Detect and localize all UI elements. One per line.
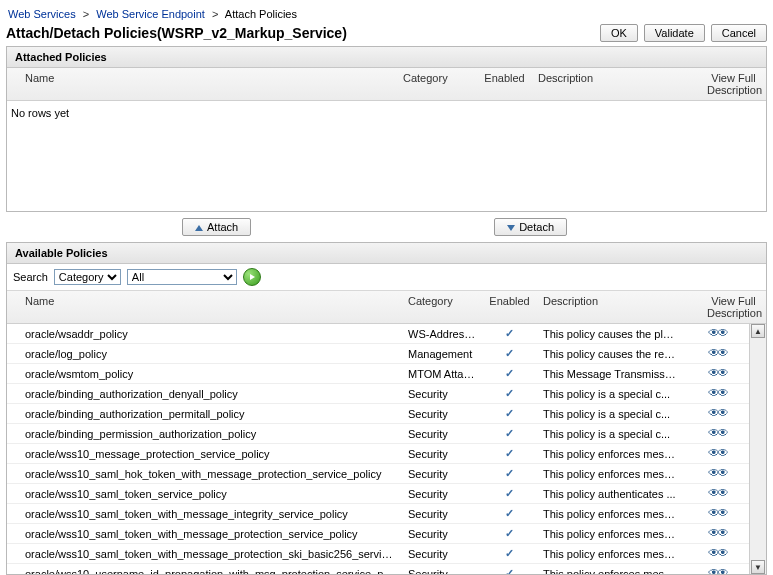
col-description: Description (537, 291, 701, 323)
view-full-icon[interactable]: 👁👁 (684, 385, 749, 402)
cell-category: MTOM Attachments (402, 366, 482, 382)
table-row[interactable]: oracle/wss10_saml_token_with_message_int… (7, 504, 749, 524)
view-full-icon[interactable]: 👁👁 (684, 465, 749, 482)
table-row[interactable]: oracle/wss10_saml_hok_token_with_message… (7, 464, 749, 484)
scroll-up-icon[interactable]: ▲ (751, 324, 765, 338)
cell-category: Security (402, 406, 482, 422)
enabled-check-icon: ✓ (482, 365, 537, 382)
cell-category: Security (402, 466, 482, 482)
col-enabled: Enabled (477, 68, 532, 100)
cell-name: oracle/binding_permission_authorization_… (7, 426, 402, 442)
breadcrumb: Web Services > Web Service Endpoint > At… (8, 8, 767, 20)
cell-category: Security (402, 446, 482, 462)
cell-name: oracle/wss10_saml_token_with_message_pro… (7, 526, 402, 542)
view-full-icon[interactable]: 👁👁 (684, 325, 749, 342)
view-full-icon[interactable]: 👁👁 (684, 445, 749, 462)
cell-description: This policy enforces messa... (537, 546, 684, 562)
col-enabled: Enabled (482, 291, 537, 323)
cell-description: This policy causes the req... (537, 346, 684, 362)
enabled-check-icon: ✓ (482, 425, 537, 442)
attach-button[interactable]: Attach (182, 218, 251, 236)
enabled-check-icon: ✓ (482, 485, 537, 502)
view-full-icon[interactable]: 👁👁 (684, 565, 749, 574)
cell-description: This policy enforces messa... (537, 526, 684, 542)
view-full-icon[interactable]: 👁👁 (684, 525, 749, 542)
cell-name: oracle/wss10_username_id_propagation_wit… (7, 566, 402, 575)
available-rows: oracle/wsaddr_policyWS-Addressing✓This p… (7, 324, 749, 574)
enabled-check-icon: ✓ (482, 545, 537, 562)
col-description: Description (532, 68, 701, 100)
table-row[interactable]: oracle/wss10_saml_token_with_message_pro… (7, 544, 749, 564)
attached-policies-header: Attached Policies (7, 47, 766, 68)
ok-button[interactable]: OK (600, 24, 638, 42)
cell-name: oracle/log_policy (7, 346, 402, 362)
scroll-down-icon[interactable]: ▼ (751, 560, 765, 574)
view-full-icon[interactable]: 👁👁 (684, 485, 749, 502)
attached-empty-message: No rows yet (7, 101, 766, 125)
cell-category: Security (402, 566, 482, 575)
cell-category: Management (402, 346, 482, 362)
view-full-icon[interactable]: 👁👁 (684, 505, 749, 522)
cell-name: oracle/wss10_saml_token_service_policy (7, 486, 402, 502)
view-full-icon[interactable]: 👁👁 (684, 405, 749, 422)
table-row[interactable]: oracle/wss10_saml_token_service_policySe… (7, 484, 749, 504)
cell-category: Security (402, 506, 482, 522)
breadcrumb-link-0[interactable]: Web Services (8, 8, 76, 20)
enabled-check-icon: ✓ (482, 525, 537, 542)
table-row[interactable]: oracle/binding_permission_authorization_… (7, 424, 749, 444)
table-row[interactable]: oracle/wsaddr_policyWS-Addressing✓This p… (7, 324, 749, 344)
table-row[interactable]: oracle/wsmtom_policyMTOM Attachments✓Thi… (7, 364, 749, 384)
cell-category: Security (402, 526, 482, 542)
cell-category: WS-Addressing (402, 326, 482, 342)
view-full-icon[interactable]: 👁👁 (684, 545, 749, 562)
view-full-icon[interactable]: 👁👁 (684, 425, 749, 442)
cell-description: This policy authenticates ... (537, 486, 684, 502)
table-row[interactable]: oracle/wss10_username_id_propagation_wit… (7, 564, 749, 574)
cell-name: oracle/wss10_saml_token_with_message_pro… (7, 546, 402, 562)
search-bar: Search Category All (7, 264, 766, 291)
breadcrumb-link-1[interactable]: Web Service Endpoint (96, 8, 205, 20)
table-row[interactable]: oracle/wss10_saml_token_with_message_pro… (7, 524, 749, 544)
enabled-check-icon: ✓ (482, 325, 537, 342)
available-column-headers: Name Category Enabled Description View F… (7, 291, 766, 324)
view-full-icon[interactable]: 👁👁 (684, 345, 749, 362)
breadcrumb-current: Attach Policies (225, 8, 297, 20)
detach-button[interactable]: Detach (494, 218, 567, 236)
search-label: Search (13, 271, 48, 283)
table-row[interactable]: oracle/binding_authorization_denyall_pol… (7, 384, 749, 404)
view-full-icon[interactable]: 👁👁 (684, 365, 749, 382)
triangle-down-icon (507, 225, 515, 231)
enabled-check-icon: ✓ (482, 505, 537, 522)
col-viewfull: View Full Description (701, 291, 766, 323)
search-type-select[interactable]: Category (54, 269, 121, 285)
table-row[interactable]: oracle/log_policyManagement✓This policy … (7, 344, 749, 364)
table-row[interactable]: oracle/wss10_message_protection_service_… (7, 444, 749, 464)
attached-policies-panel: Attached Policies Name Category Enabled … (6, 46, 767, 212)
cell-description: This policy is a special c... (537, 406, 684, 422)
cell-description: This Message Transmission ... (537, 366, 684, 382)
cell-category: Security (402, 426, 482, 442)
enabled-check-icon: ✓ (482, 465, 537, 482)
scrollbar[interactable]: ▲ ▼ (749, 324, 766, 574)
cell-name: oracle/wsaddr_policy (7, 326, 402, 342)
enabled-check-icon: ✓ (482, 445, 537, 462)
attached-column-headers: Name Category Enabled Description View F… (7, 68, 766, 101)
enabled-check-icon: ✓ (482, 565, 537, 574)
cancel-button[interactable]: Cancel (711, 24, 767, 42)
cell-description: This policy enforces messa... (537, 466, 684, 482)
attach-detach-bar: Attach Detach (6, 218, 767, 236)
cell-description: This policy enforces messa... (537, 566, 684, 575)
cell-category: Security (402, 386, 482, 402)
table-row[interactable]: oracle/binding_authorization_permitall_p… (7, 404, 749, 424)
cell-category: Security (402, 546, 482, 562)
search-go-icon[interactable] (243, 268, 261, 286)
col-name: Name (7, 291, 402, 323)
cell-description: This policy enforces messa... (537, 446, 684, 462)
page-title: Attach/Detach Policies(WSRP_v2_Markup_Se… (6, 25, 594, 41)
col-name: Name (7, 68, 397, 100)
cell-name: oracle/wss10_saml_hok_token_with_message… (7, 466, 402, 482)
available-policies-header: Available Policies (7, 243, 766, 264)
search-value-select[interactable]: All (127, 269, 237, 285)
validate-button[interactable]: Validate (644, 24, 705, 42)
cell-category: Security (402, 486, 482, 502)
